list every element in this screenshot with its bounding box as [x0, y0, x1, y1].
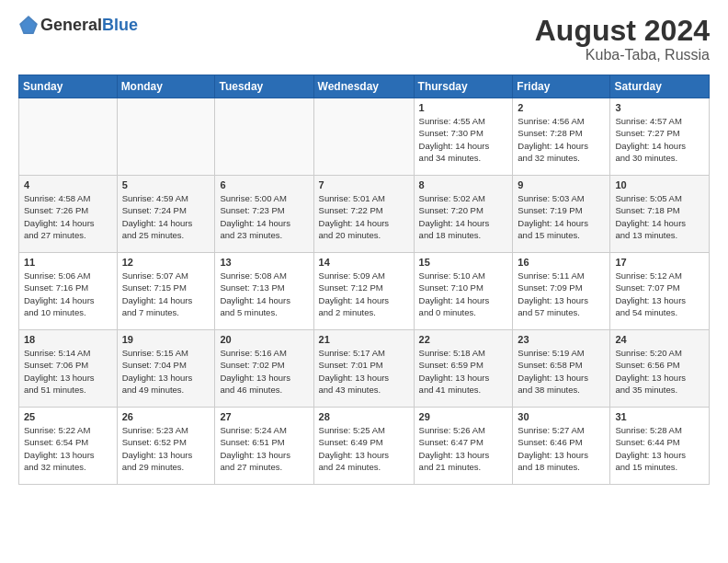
calendar-day-cell: 1Sunrise: 4:55 AMSunset: 7:30 PMDaylight…	[414, 98, 513, 176]
calendar-week-row: 18Sunrise: 5:14 AMSunset: 7:06 PMDayligh…	[19, 330, 710, 408]
title-block: August 2024 Kuba-Taba, Russia	[535, 15, 710, 63]
weekday-header-friday: Friday	[513, 75, 610, 98]
calendar-day-cell: 17Sunrise: 5:12 AMSunset: 7:07 PMDayligh…	[610, 253, 710, 330]
day-info: Sunrise: 5:15 AMSunset: 7:04 PMDaylight:…	[122, 347, 210, 396]
day-info: Sunrise: 5:23 AMSunset: 6:52 PMDaylight:…	[122, 424, 210, 473]
day-info: Sunrise: 5:02 AMSunset: 7:20 PMDaylight:…	[419, 192, 508, 241]
calendar-week-row: 11Sunrise: 5:06 AMSunset: 7:16 PMDayligh…	[19, 253, 710, 330]
calendar-day-cell: 29Sunrise: 5:26 AMSunset: 6:47 PMDayligh…	[414, 408, 513, 485]
day-number: 3	[615, 102, 704, 113]
day-number: 7	[319, 179, 409, 190]
day-info: Sunrise: 5:18 AMSunset: 6:59 PMDaylight:…	[419, 347, 508, 396]
day-info: Sunrise: 5:11 AMSunset: 7:09 PMDaylight:…	[518, 270, 605, 318]
day-number: 20	[220, 334, 308, 345]
calendar-day-cell: 11Sunrise: 5:06 AMSunset: 7:16 PMDayligh…	[19, 253, 118, 330]
calendar-day-cell: 26Sunrise: 5:23 AMSunset: 6:52 PMDayligh…	[117, 408, 215, 485]
logo-blue-text: Blue	[102, 16, 138, 34]
weekday-header-monday: Monday	[117, 75, 215, 98]
calendar-day-cell	[313, 98, 414, 176]
calendar-day-cell	[215, 98, 313, 176]
calendar-day-cell: 20Sunrise: 5:16 AMSunset: 7:02 PMDayligh…	[215, 330, 313, 408]
day-info: Sunrise: 5:22 AMSunset: 6:54 PMDaylight:…	[24, 424, 112, 473]
day-info: Sunrise: 4:55 AMSunset: 7:30 PMDaylight:…	[419, 115, 508, 164]
calendar-day-cell: 12Sunrise: 5:07 AMSunset: 7:15 PMDayligh…	[117, 253, 215, 330]
calendar-table: SundayMondayTuesdayWednesdayThursdayFrid…	[18, 75, 710, 485]
day-number: 30	[518, 411, 605, 422]
generalblue-logo-icon	[18, 15, 39, 35]
calendar-day-cell: 27Sunrise: 5:24 AMSunset: 6:51 PMDayligh…	[215, 408, 313, 485]
day-number: 4	[24, 179, 112, 190]
weekday-header-sunday: Sunday	[19, 75, 118, 98]
day-info: Sunrise: 5:12 AMSunset: 7:07 PMDaylight:…	[615, 270, 704, 318]
day-number: 26	[122, 411, 210, 422]
calendar-day-cell: 2Sunrise: 4:56 AMSunset: 7:28 PMDaylight…	[513, 98, 610, 176]
calendar-day-cell: 21Sunrise: 5:17 AMSunset: 7:01 PMDayligh…	[313, 330, 414, 408]
day-number: 16	[518, 257, 605, 268]
calendar-day-cell: 24Sunrise: 5:20 AMSunset: 6:56 PMDayligh…	[610, 330, 710, 408]
calendar-day-cell	[117, 98, 215, 176]
day-info: Sunrise: 5:28 AMSunset: 6:44 PMDaylight:…	[615, 424, 704, 473]
day-info: Sunrise: 5:00 AMSunset: 7:23 PMDaylight:…	[220, 192, 308, 241]
calendar-day-cell	[19, 98, 118, 176]
day-info: Sunrise: 4:59 AMSunset: 7:24 PMDaylight:…	[122, 192, 210, 241]
calendar-day-cell: 23Sunrise: 5:19 AMSunset: 6:58 PMDayligh…	[513, 330, 610, 408]
calendar-day-cell: 7Sunrise: 5:01 AMSunset: 7:22 PMDaylight…	[313, 176, 414, 253]
calendar-day-cell: 4Sunrise: 4:58 AMSunset: 7:26 PMDaylight…	[19, 176, 118, 253]
logo: GeneralBlue	[18, 15, 138, 35]
day-number: 24	[615, 334, 704, 345]
day-info: Sunrise: 5:19 AMSunset: 6:58 PMDaylight:…	[518, 347, 605, 396]
day-number: 18	[24, 334, 112, 345]
weekday-header-thursday: Thursday	[414, 75, 513, 98]
calendar-day-cell: 13Sunrise: 5:08 AMSunset: 7:13 PMDayligh…	[215, 253, 313, 330]
day-info: Sunrise: 5:26 AMSunset: 6:47 PMDaylight:…	[419, 424, 508, 473]
calendar-day-cell: 19Sunrise: 5:15 AMSunset: 7:04 PMDayligh…	[117, 330, 215, 408]
calendar-day-cell: 6Sunrise: 5:00 AMSunset: 7:23 PMDaylight…	[215, 176, 313, 253]
calendar-day-cell: 28Sunrise: 5:25 AMSunset: 6:49 PMDayligh…	[313, 408, 414, 485]
day-number: 13	[220, 257, 308, 268]
calendar-day-cell: 8Sunrise: 5:02 AMSunset: 7:20 PMDaylight…	[414, 176, 513, 253]
page: GeneralBlue August 2024 Kuba-Taba, Russi…	[0, 0, 728, 494]
day-number: 8	[419, 179, 508, 190]
calendar-week-row: 1Sunrise: 4:55 AMSunset: 7:30 PMDaylight…	[19, 98, 710, 176]
day-info: Sunrise: 5:05 AMSunset: 7:18 PMDaylight:…	[615, 192, 704, 241]
day-number: 5	[122, 179, 210, 190]
location-subtitle: Kuba-Taba, Russia	[535, 47, 710, 63]
weekday-header-tuesday: Tuesday	[215, 75, 313, 98]
day-number: 17	[615, 257, 704, 268]
day-info: Sunrise: 5:14 AMSunset: 7:06 PMDaylight:…	[24, 347, 112, 396]
day-number: 1	[419, 102, 508, 113]
day-number: 2	[518, 102, 605, 113]
day-number: 29	[419, 411, 508, 422]
calendar-day-cell: 3Sunrise: 4:57 AMSunset: 7:27 PMDaylight…	[610, 98, 710, 176]
calendar-day-cell: 22Sunrise: 5:18 AMSunset: 6:59 PMDayligh…	[414, 330, 513, 408]
day-info: Sunrise: 5:06 AMSunset: 7:16 PMDaylight:…	[24, 270, 112, 318]
logo-general-text: General	[40, 16, 102, 34]
calendar-day-cell: 14Sunrise: 5:09 AMSunset: 7:12 PMDayligh…	[313, 253, 414, 330]
calendar-day-cell: 5Sunrise: 4:59 AMSunset: 7:24 PMDaylight…	[117, 176, 215, 253]
day-info: Sunrise: 5:07 AMSunset: 7:15 PMDaylight:…	[122, 270, 210, 318]
day-info: Sunrise: 5:24 AMSunset: 6:51 PMDaylight:…	[220, 424, 308, 473]
calendar-day-cell: 25Sunrise: 5:22 AMSunset: 6:54 PMDayligh…	[19, 408, 118, 485]
calendar-week-row: 25Sunrise: 5:22 AMSunset: 6:54 PMDayligh…	[19, 408, 710, 485]
calendar-week-row: 4Sunrise: 4:58 AMSunset: 7:26 PMDaylight…	[19, 176, 710, 253]
calendar-day-cell: 9Sunrise: 5:03 AMSunset: 7:19 PMDaylight…	[513, 176, 610, 253]
calendar-day-cell: 30Sunrise: 5:27 AMSunset: 6:46 PMDayligh…	[513, 408, 610, 485]
calendar-day-cell: 16Sunrise: 5:11 AMSunset: 7:09 PMDayligh…	[513, 253, 610, 330]
day-info: Sunrise: 5:16 AMSunset: 7:02 PMDaylight:…	[220, 347, 308, 396]
day-number: 6	[220, 179, 308, 190]
day-info: Sunrise: 4:56 AMSunset: 7:28 PMDaylight:…	[518, 115, 605, 164]
day-number: 15	[419, 257, 508, 268]
day-info: Sunrise: 5:25 AMSunset: 6:49 PMDaylight:…	[319, 424, 409, 473]
day-number: 19	[122, 334, 210, 345]
calendar-day-cell: 15Sunrise: 5:10 AMSunset: 7:10 PMDayligh…	[414, 253, 513, 330]
day-number: 10	[615, 179, 704, 190]
day-number: 27	[220, 411, 308, 422]
weekday-header-row: SundayMondayTuesdayWednesdayThursdayFrid…	[19, 75, 710, 98]
calendar-day-cell: 10Sunrise: 5:05 AMSunset: 7:18 PMDayligh…	[610, 176, 710, 253]
header: GeneralBlue August 2024 Kuba-Taba, Russi…	[18, 15, 710, 63]
day-number: 22	[419, 334, 508, 345]
calendar-day-cell: 18Sunrise: 5:14 AMSunset: 7:06 PMDayligh…	[19, 330, 118, 408]
day-info: Sunrise: 4:57 AMSunset: 7:27 PMDaylight:…	[615, 115, 704, 164]
day-number: 25	[24, 411, 112, 422]
day-info: Sunrise: 5:09 AMSunset: 7:12 PMDaylight:…	[319, 270, 409, 318]
